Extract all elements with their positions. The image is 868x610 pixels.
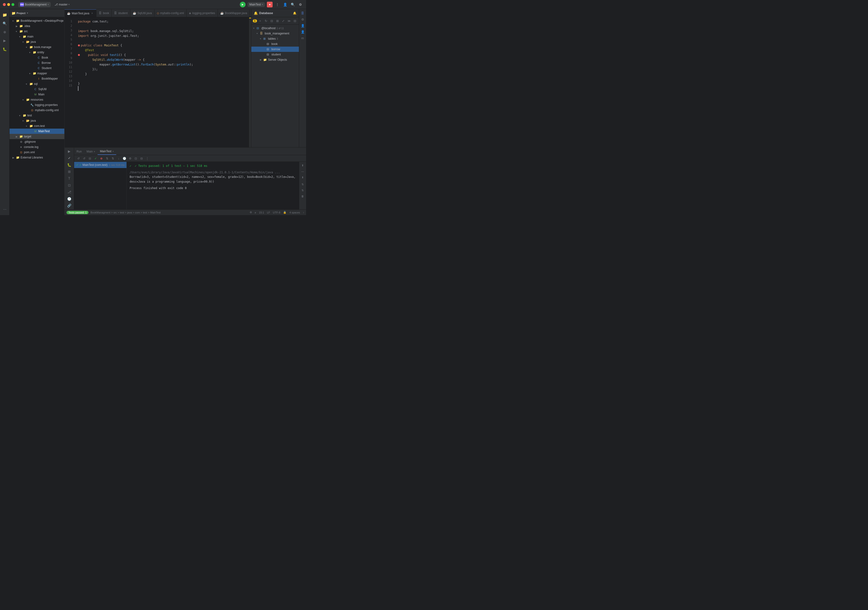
db-item-borrow-table[interactable]: ⊟ borrow [251, 46, 299, 52]
sidebar-icon-debug[interactable]: 🐛 [1, 45, 9, 53]
rerun-btn[interactable]: ↺ [76, 156, 81, 161]
db-expand-btn[interactable]: ⤢ [281, 18, 286, 23]
sidebar-icon-search[interactable]: 🔍 [1, 20, 9, 27]
sort2-btn[interactable]: ⇅ [110, 156, 115, 161]
right-icon-user3[interactable]: m [300, 36, 305, 41]
project-panel-dropdown[interactable]: ▾ [27, 12, 28, 14]
right-icon-db[interactable]: 🗄 [300, 11, 305, 16]
settings-button[interactable]: ⚙ [298, 2, 303, 8]
tree-item-console-log[interactable]: ≡ console.log [9, 144, 64, 150]
code-content[interactable]: package com.test; import book.manage.sql… [74, 17, 249, 147]
sdk-icon[interactable]: ⚙ [250, 211, 252, 214]
filter-btn[interactable]: ⊟ [139, 156, 144, 161]
sidebar-icon-project[interactable]: 📁 [1, 11, 9, 19]
tab-book[interactable]: 🗄 book [96, 9, 112, 17]
db-item-localhost[interactable]: ▾ ⊟ @localhost 1 of 11 [251, 26, 299, 31]
tree-item-com-test[interactable]: ▾ 📁 com.test [9, 123, 64, 129]
stop-button[interactable]: ■ [267, 2, 273, 8]
lock-icon[interactable]: 🔒 [283, 211, 287, 214]
toggle-passed-btn[interactable]: ✓ [93, 156, 98, 161]
close-button[interactable] [3, 3, 6, 6]
tree-item-maintest[interactable]: M MainTest [9, 129, 64, 134]
more2-btn[interactable]: ⋮ [145, 156, 150, 161]
bottom-tab-run[interactable]: Run [74, 148, 84, 155]
tree-item-student-class[interactable]: C Student [9, 65, 64, 71]
tree-item-book-class[interactable]: C Book [9, 55, 64, 60]
git-push-icon[interactable]: ↑ [303, 211, 304, 214]
minimize-button[interactable] [7, 3, 10, 6]
bottom-tab-close[interactable]: × [94, 150, 95, 153]
bottom-icon-clock[interactable]: 🕐 [65, 196, 73, 201]
bottom-icon-terminal[interactable]: ⊡ [65, 183, 73, 188]
db-item-server-objects[interactable]: ▶ 📁 Server Objects [251, 57, 299, 62]
db-item-tables[interactable]: ▾ ⊞ tables 3 [251, 36, 299, 41]
br-icon-5[interactable]: ⇅ [300, 187, 305, 193]
bottom-icon-git[interactable]: ⎇ [65, 189, 73, 195]
bottom-icon-tests[interactable]: ✓ [65, 155, 73, 161]
import-btn[interactable]: ↓ [116, 156, 121, 161]
sidebar-icon-more[interactable]: ⋯ [1, 206, 9, 213]
status-project-path[interactable]: BookManagment > src > test > java > com … [90, 211, 160, 214]
tree-item-mapper[interactable]: ▾ 📁 mapper [9, 71, 64, 76]
db-properties-btn[interactable]: ⊞ [275, 18, 280, 23]
tree-item-sql[interactable]: ▾ 📁 sql [9, 81, 64, 87]
tree-item-idea[interactable]: ▶ 📁 .idea [9, 23, 64, 29]
bottom-tab-maintest[interactable]: MainTest × [98, 148, 116, 155]
br-icon-3[interactable]: ⬇ [300, 175, 305, 180]
run-button[interactable]: ▶ [240, 2, 246, 8]
code-editor[interactable]: 1 2 3 4 5 6 7 8 9 10 11 12 13 14 [65, 17, 251, 147]
tab-sqlutil-java[interactable]: ☕ SqlUtil.java [130, 9, 155, 17]
bottom-icon-run[interactable]: ▶ [65, 149, 73, 154]
tree-item-target[interactable]: ▶ 📁 target [9, 134, 64, 139]
clock-btn[interactable]: 🕐 [122, 156, 127, 161]
br-icon-2[interactable]: — [300, 169, 305, 174]
tab-maintest-java[interactable]: ☕ MainTest.java × [65, 9, 96, 17]
tree-item-bookmanagment[interactable]: ▾ 📁 BookManagment ~/Desktop/Proje [9, 18, 64, 23]
db-notification-icon[interactable]: 🔔 [293, 11, 296, 15]
db-add-btn[interactable]: + [258, 18, 263, 23]
tab-mybatis-xml[interactable]: ◇ mybatis-config.xml [155, 9, 186, 17]
kotlin-icon[interactable]: κ [255, 211, 256, 214]
db-item-book-table[interactable]: ⊟ book [251, 41, 299, 46]
position-label[interactable]: 15:1 [259, 211, 264, 214]
tree-item-borrow-class[interactable]: C Borrow [9, 60, 64, 65]
user-button[interactable]: 👤 [282, 2, 288, 8]
tree-item-bookmapper[interactable]: I BookMapper [9, 76, 64, 81]
stop-tests-btn[interactable]: ⊟ [87, 156, 92, 161]
encoding-label[interactable]: UTF-8 [273, 211, 280, 214]
db-filter-btn[interactable]: ⊟ [269, 18, 274, 23]
indent-label[interactable]: 4 spaces [289, 211, 300, 214]
rerun-failed-btn[interactable]: ↺ [82, 156, 87, 161]
tree-item-logging[interactable]: 🔧 logging.properties [9, 102, 64, 108]
tab-student[interactable]: 🗄 student [112, 9, 130, 17]
db-bell-icon[interactable]: 🔔 [254, 11, 258, 15]
tree-item-test[interactable]: ▾ 📁 test [9, 113, 64, 118]
copy-btn[interactable]: ⊡ [133, 156, 138, 161]
test-result-maintest[interactable]: ✓ ✓ MainTest (com.test) 1 sec 518 ms [74, 162, 127, 168]
tree-item-pom[interactable]: ⊡ pom.xml [9, 150, 64, 155]
tree-item-main[interactable]: ▾ 📁 main [9, 34, 64, 39]
search-button[interactable]: 🔍 [290, 2, 296, 8]
right-icon-user2[interactable]: 👤 [300, 29, 305, 34]
sort-btn[interactable]: ⇅ [105, 156, 110, 161]
br-icon-6[interactable]: 🗑 [300, 194, 305, 199]
bottom-icon-text[interactable]: T [65, 175, 73, 181]
tab-logging-props[interactable]: ◈ logging.properties [186, 9, 218, 17]
more-button[interactable]: ⋮ [274, 2, 280, 8]
maximize-button[interactable] [11, 3, 14, 6]
tree-item-java-main[interactable]: ▾ 📂 java [9, 39, 64, 45]
branch-selector[interactable]: ⎇ master ▾ [53, 2, 72, 7]
bottom-icon-link[interactable]: 🔗 [65, 203, 73, 208]
toggle-failed-btn[interactable]: ⊗ [99, 156, 104, 161]
db-item-student-table[interactable]: ⊟ student [251, 52, 299, 57]
db-item-book-management[interactable]: ▾ 🗄 book_management [251, 31, 299, 36]
sidebar-icon-vcs[interactable]: ⊕ [1, 28, 9, 36]
project-selector[interactable]: BM BookManagment ▾ [18, 2, 51, 7]
tab-bookmapper-java[interactable]: ☕ BookMapper.java [218, 9, 250, 17]
right-icon-user[interactable]: 👤 [300, 23, 305, 28]
tree-item-sqlutil[interactable]: C SqlUtil [9, 87, 64, 92]
tab-close-icon[interactable]: × [90, 12, 94, 15]
line-sep-label[interactable]: LF [267, 211, 270, 214]
tree-item-resources[interactable]: ▾ 📁 resources [9, 97, 64, 102]
right-icon-settings[interactable]: ⚙ [300, 17, 305, 22]
